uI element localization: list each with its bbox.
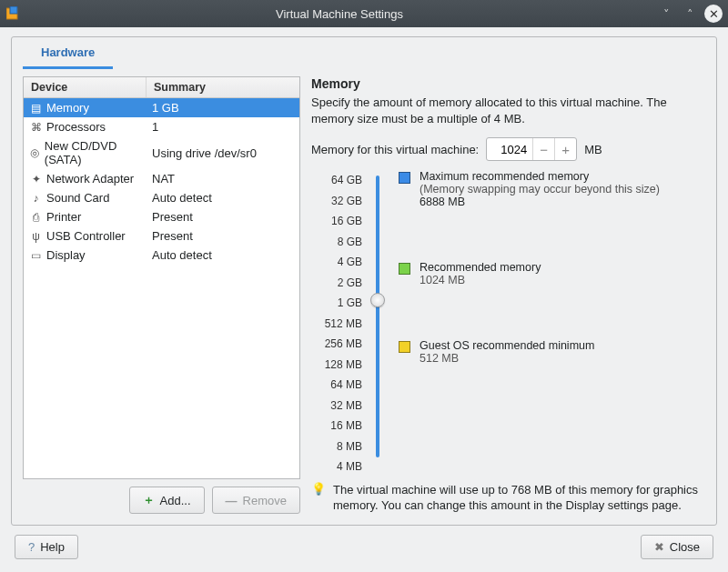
memory-field-label: Memory for this virtual machine: <box>311 143 479 156</box>
device-summary: 1 GB <box>147 98 299 117</box>
memory-spinbox: − + <box>486 137 577 161</box>
usb-icon: ψ <box>29 229 43 243</box>
tick-label: 8 MB <box>311 437 362 457</box>
close-label: Close <box>670 540 700 554</box>
titlebar: Virtual Machine Settings ˅ ˄ ✕ <box>0 0 728 27</box>
device-row-usb[interactable]: ψUSB Controller Present <box>24 226 299 246</box>
device-name: Sound Card <box>46 191 109 205</box>
device-summary: Present <box>147 207 299 226</box>
remove-label: Remove <box>243 494 287 507</box>
tick-label: 256 MB <box>311 334 362 355</box>
memory-panel: Memory Specify the amount of memory allo… <box>311 76 705 514</box>
device-table-header: Device Summary <box>24 77 299 98</box>
app-icon <box>5 5 22 22</box>
minimum-memory-swatch <box>399 341 410 353</box>
device-summary: 1 <box>147 117 299 136</box>
tick-label: 64 GB <box>311 170 362 191</box>
dialog-button-bar: ?Help ✖Close <box>11 526 717 561</box>
max-memory-swatch <box>399 172 410 184</box>
device-row-memory[interactable]: ▤Memory 1 GB <box>24 98 299 117</box>
memory-input[interactable] <box>487 143 532 156</box>
tick-label: 16 GB <box>311 211 362 232</box>
slider-thumb[interactable] <box>370 293 385 307</box>
section-description: Specify the amount of memory allocated t… <box>311 95 705 126</box>
device-summary: Auto detect <box>147 246 299 265</box>
max-memory-legend: Maximum recommended memory (Memory swapp… <box>420 170 660 208</box>
tick-label: 1 GB <box>311 293 362 314</box>
maximize-button[interactable]: ˄ <box>681 5 699 23</box>
device-name: Display <box>46 248 86 262</box>
printer-icon: ⎙ <box>29 210 43 224</box>
add-device-button[interactable]: ＋Add... <box>129 487 205 514</box>
tab-bar: Hardware <box>23 36 705 69</box>
device-row-cddvd[interactable]: ◎New CD/DVD (SATA) Using drive /dev/sr0 <box>24 136 299 169</box>
tab-hardware[interactable]: Hardware <box>23 36 113 69</box>
memory-legend: Maximum recommended memory (Memory swapp… <box>393 170 705 480</box>
col-device[interactable]: Device <box>24 77 147 97</box>
sound-icon: ♪ <box>29 191 43 205</box>
device-summary: Using drive /dev/sr0 <box>147 144 299 163</box>
memory-icon: ▤ <box>29 101 43 115</box>
close-icon: ✖ <box>654 540 664 554</box>
bulb-icon: 💡 <box>311 482 326 514</box>
svg-rect-1 <box>10 6 17 14</box>
add-label: Add... <box>160 494 191 507</box>
help-icon: ? <box>28 540 35 554</box>
display-icon: ▭ <box>29 248 43 262</box>
remove-device-button[interactable]: —Remove <box>212 487 300 514</box>
help-button[interactable]: ?Help <box>15 535 78 559</box>
dialog-client: Hardware Device Summary ▤Memory 1 GB ⌘Pr… <box>0 27 728 572</box>
tick-label: 512 MB <box>311 314 362 335</box>
device-button-row: ＋Add... —Remove <box>23 479 300 514</box>
disc-icon: ◎ <box>29 146 41 160</box>
tab-content: Device Summary ▤Memory 1 GB ⌘Processors … <box>23 69 705 514</box>
slider-track <box>376 176 379 457</box>
section-title: Memory <box>311 76 705 91</box>
slider-tick-labels: 64 GB 32 GB 16 GB 8 GB 4 GB 2 GB 1 GB 51… <box>311 170 362 480</box>
device-summary: Present <box>147 226 299 246</box>
device-summary: NAT <box>147 169 299 188</box>
device-row-printer[interactable]: ⎙Printer Present <box>24 207 299 226</box>
tick-label: 2 GB <box>311 273 362 294</box>
device-table: Device Summary ▤Memory 1 GB ⌘Processors … <box>23 76 300 479</box>
device-name: Processors <box>46 120 106 134</box>
device-panel: Device Summary ▤Memory 1 GB ⌘Processors … <box>23 76 300 514</box>
close-button[interactable]: ✕ <box>704 5 723 23</box>
tick-label: 4 GB <box>311 252 362 273</box>
device-name: USB Controller <box>46 229 126 243</box>
memory-unit: MB <box>584 143 602 156</box>
tick-label: 16 MB <box>311 416 362 437</box>
tick-label: 32 MB <box>311 396 362 416</box>
cpu-icon: ⌘ <box>29 120 43 134</box>
device-row-display[interactable]: ▭Display Auto detect <box>24 246 299 265</box>
tick-label: 128 MB <box>311 355 362 376</box>
device-name: Memory <box>46 101 89 115</box>
close-dialog-button[interactable]: ✖Close <box>641 535 713 559</box>
device-name: New CD/DVD (SATA) <box>45 139 141 166</box>
spin-increment[interactable]: + <box>554 138 576 160</box>
device-name: Network Adapter <box>46 172 134 186</box>
help-label: Help <box>40 540 65 554</box>
recommended-memory-legend: Recommended memory 1024 MB <box>420 261 541 286</box>
tab-card: Hardware Device Summary ▤Memory 1 GB ⌘Pr… <box>11 36 717 526</box>
memory-slider-area: 64 GB 32 GB 16 GB 8 GB 4 GB 2 GB 1 GB 51… <box>311 170 705 480</box>
recommended-memory-swatch <box>399 263 410 275</box>
device-row-network[interactable]: ✦Network Adapter NAT <box>24 169 299 188</box>
minimize-button[interactable]: ˅ <box>657 5 675 23</box>
device-row-sound[interactable]: ♪Sound Card Auto detect <box>24 188 299 207</box>
note-text: The virtual machine will use up to 768 M… <box>333 482 705 514</box>
tick-label: 8 GB <box>311 232 362 253</box>
device-row-processors[interactable]: ⌘Processors 1 <box>24 117 299 136</box>
window-title: Virtual Machine Settings <box>22 7 657 21</box>
memory-field-row: Memory for this virtual machine: − + MB <box>311 137 705 161</box>
spin-decrement[interactable]: − <box>532 138 554 160</box>
minus-icon: — <box>226 494 238 507</box>
graphics-memory-note: 💡 The virtual machine will use up to 768… <box>311 480 705 514</box>
col-summary[interactable]: Summary <box>147 77 299 97</box>
memory-slider[interactable] <box>369 170 386 480</box>
tick-label: 64 MB <box>311 375 362 396</box>
tick-label: 32 GB <box>311 191 362 212</box>
minimum-memory-legend: Guest OS recommended minimum 512 MB <box>420 339 594 365</box>
network-icon: ✦ <box>29 172 43 186</box>
tick-label: 4 MB <box>311 457 362 477</box>
